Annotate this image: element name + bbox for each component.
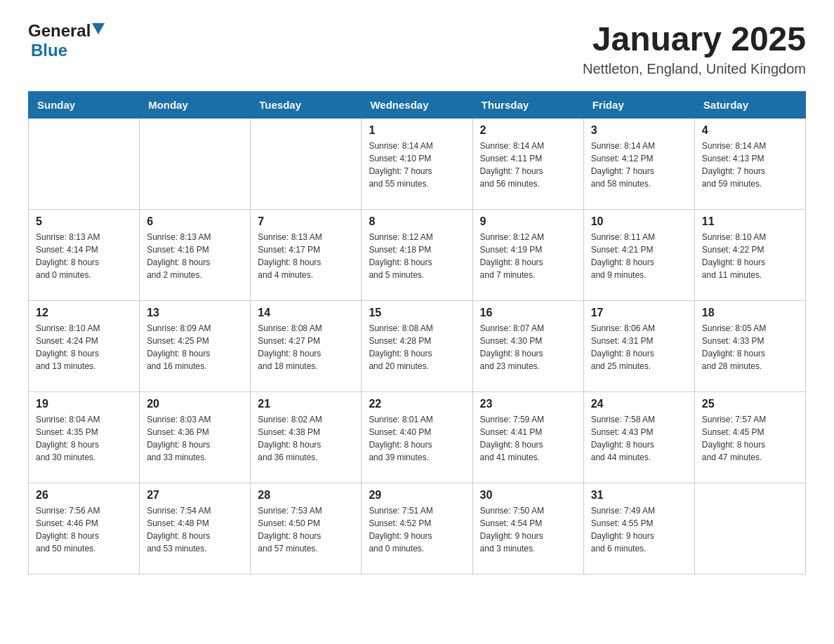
day-info: Sunrise: 7:51 AMSunset: 4:52 PMDaylight:…	[369, 504, 465, 555]
calendar-cell	[140, 118, 251, 209]
day-number: 19	[36, 398, 132, 410]
day-info: Sunrise: 8:12 AMSunset: 4:19 PMDaylight:…	[480, 231, 576, 281]
day-info: Sunrise: 8:02 AMSunset: 4:38 PMDaylight:…	[258, 413, 354, 464]
day-info: Sunrise: 8:03 AMSunset: 4:36 PMDaylight:…	[147, 413, 243, 464]
calendar-cell: 13Sunrise: 8:09 AMSunset: 4:25 PMDayligh…	[140, 300, 251, 391]
day-info: Sunrise: 8:05 AMSunset: 4:33 PMDaylight:…	[702, 322, 798, 373]
day-number: 1	[369, 124, 465, 137]
day-info: Sunrise: 7:49 AMSunset: 4:55 PMDaylight:…	[591, 504, 687, 555]
calendar-table: SundayMondayTuesdayWednesdayThursdayFrid…	[28, 91, 806, 575]
calendar-week-2: 5Sunrise: 8:13 AMSunset: 4:14 PMDaylight…	[29, 209, 806, 300]
day-number: 24	[591, 398, 687, 410]
day-number: 17	[591, 307, 687, 319]
day-number: 5	[36, 215, 132, 228]
calendar-cell: 6Sunrise: 8:13 AMSunset: 4:16 PMDaylight…	[140, 209, 251, 300]
day-info: Sunrise: 8:08 AMSunset: 4:28 PMDaylight:…	[369, 322, 465, 373]
day-number: 12	[36, 307, 132, 319]
calendar-cell: 27Sunrise: 7:54 AMSunset: 4:48 PMDayligh…	[140, 483, 251, 574]
page-header: General Blue January 2025 Nettleton, Eng…	[28, 21, 806, 77]
day-number: 16	[480, 307, 576, 319]
calendar-cell: 26Sunrise: 7:56 AMSunset: 4:46 PMDayligh…	[29, 483, 140, 574]
calendar-cell: 25Sunrise: 7:57 AMSunset: 4:45 PMDayligh…	[694, 391, 805, 483]
day-info: Sunrise: 8:12 AMSunset: 4:18 PMDaylight:…	[369, 231, 465, 281]
calendar-cell: 30Sunrise: 7:50 AMSunset: 4:54 PMDayligh…	[472, 483, 583, 574]
weekday-header-monday: Monday	[140, 91, 251, 118]
weekday-header-friday: Friday	[583, 91, 694, 118]
calendar-week-1: 1Sunrise: 8:14 AMSunset: 4:10 PMDaylight…	[29, 118, 806, 209]
svg-marker-0	[92, 23, 105, 34]
day-number: 2	[480, 124, 576, 137]
day-number: 13	[147, 307, 243, 319]
calendar-cell: 16Sunrise: 8:07 AMSunset: 4:30 PMDayligh…	[472, 300, 583, 391]
day-number: 23	[480, 398, 576, 410]
day-info: Sunrise: 8:14 AMSunset: 4:10 PMDaylight:…	[369, 140, 465, 190]
calendar-cell: 19Sunrise: 8:04 AMSunset: 4:35 PMDayligh…	[29, 391, 140, 483]
day-info: Sunrise: 7:57 AMSunset: 4:45 PMDaylight:…	[702, 413, 798, 464]
day-number: 11	[702, 215, 798, 228]
day-info: Sunrise: 8:07 AMSunset: 4:30 PMDaylight:…	[480, 322, 576, 373]
logo-arrow-icon	[92, 23, 105, 39]
day-info: Sunrise: 8:13 AMSunset: 4:17 PMDaylight:…	[258, 231, 354, 281]
calendar-cell: 28Sunrise: 7:53 AMSunset: 4:50 PMDayligh…	[251, 483, 362, 574]
day-number: 29	[369, 489, 465, 502]
calendar-week-4: 19Sunrise: 8:04 AMSunset: 4:35 PMDayligh…	[29, 391, 806, 483]
weekday-header-saturday: Saturday	[694, 91, 805, 118]
calendar-cell: 29Sunrise: 7:51 AMSunset: 4:52 PMDayligh…	[362, 483, 472, 574]
weekday-header-sunday: Sunday	[29, 91, 140, 118]
day-number: 10	[591, 215, 687, 228]
day-number: 30	[480, 489, 576, 502]
title-block: January 2025 Nettleton, England, United …	[583, 21, 806, 77]
day-number: 3	[591, 124, 687, 137]
calendar-cell: 18Sunrise: 8:05 AMSunset: 4:33 PMDayligh…	[694, 300, 805, 391]
day-info: Sunrise: 8:06 AMSunset: 4:31 PMDaylight:…	[591, 322, 687, 373]
day-info: Sunrise: 7:53 AMSunset: 4:50 PMDaylight:…	[258, 504, 354, 555]
logo-blue-text: Blue	[31, 41, 67, 60]
calendar-cell: 21Sunrise: 8:02 AMSunset: 4:38 PMDayligh…	[251, 391, 362, 483]
day-info: Sunrise: 7:59 AMSunset: 4:41 PMDaylight:…	[480, 413, 576, 464]
calendar-cell: 8Sunrise: 8:12 AMSunset: 4:18 PMDaylight…	[362, 209, 472, 300]
day-info: Sunrise: 7:54 AMSunset: 4:48 PMDaylight:…	[147, 504, 243, 555]
day-number: 27	[147, 489, 243, 502]
calendar-cell	[251, 118, 362, 209]
day-number: 9	[480, 215, 576, 228]
day-number: 22	[369, 398, 465, 410]
day-number: 26	[36, 489, 132, 502]
calendar-cell: 31Sunrise: 7:49 AMSunset: 4:55 PMDayligh…	[583, 483, 694, 574]
day-info: Sunrise: 8:14 AMSunset: 4:12 PMDaylight:…	[591, 140, 687, 190]
day-number: 31	[591, 489, 687, 502]
calendar-cell: 12Sunrise: 8:10 AMSunset: 4:24 PMDayligh…	[29, 300, 140, 391]
calendar-cell: 24Sunrise: 7:58 AMSunset: 4:43 PMDayligh…	[583, 391, 694, 483]
day-number: 15	[369, 307, 465, 319]
calendar-cell: 3Sunrise: 8:14 AMSunset: 4:12 PMDaylight…	[583, 118, 694, 209]
day-number: 8	[369, 215, 465, 228]
day-number: 20	[147, 398, 243, 410]
day-info: Sunrise: 8:10 AMSunset: 4:24 PMDaylight:…	[36, 322, 132, 373]
day-info: Sunrise: 8:08 AMSunset: 4:27 PMDaylight:…	[258, 322, 354, 373]
logo-general-text: General	[28, 21, 91, 41]
calendar-cell: 9Sunrise: 8:12 AMSunset: 4:19 PMDaylight…	[472, 209, 583, 300]
day-number: 4	[702, 124, 798, 137]
weekday-header-thursday: Thursday	[472, 91, 583, 118]
logo: General Blue	[28, 21, 105, 60]
day-info: Sunrise: 7:58 AMSunset: 4:43 PMDaylight:…	[591, 413, 687, 464]
calendar-week-5: 26Sunrise: 7:56 AMSunset: 4:46 PMDayligh…	[29, 483, 806, 574]
day-info: Sunrise: 8:04 AMSunset: 4:35 PMDaylight:…	[36, 413, 132, 464]
day-info: Sunrise: 8:14 AMSunset: 4:11 PMDaylight:…	[480, 140, 576, 190]
day-info: Sunrise: 8:14 AMSunset: 4:13 PMDaylight:…	[702, 140, 798, 190]
day-number: 14	[258, 307, 354, 319]
calendar-cell: 1Sunrise: 8:14 AMSunset: 4:10 PMDaylight…	[362, 118, 472, 209]
day-info: Sunrise: 8:11 AMSunset: 4:21 PMDaylight:…	[591, 231, 687, 281]
day-info: Sunrise: 7:50 AMSunset: 4:54 PMDaylight:…	[480, 504, 576, 555]
calendar-cell: 5Sunrise: 8:13 AMSunset: 4:14 PMDaylight…	[29, 209, 140, 300]
weekday-header-wednesday: Wednesday	[362, 91, 472, 118]
day-info: Sunrise: 7:56 AMSunset: 4:46 PMDaylight:…	[36, 504, 132, 555]
calendar-cell: 15Sunrise: 8:08 AMSunset: 4:28 PMDayligh…	[362, 300, 472, 391]
calendar-cell: 7Sunrise: 8:13 AMSunset: 4:17 PMDaylight…	[251, 209, 362, 300]
day-info: Sunrise: 8:01 AMSunset: 4:40 PMDaylight:…	[369, 413, 465, 464]
calendar-cell: 17Sunrise: 8:06 AMSunset: 4:31 PMDayligh…	[583, 300, 694, 391]
calendar-cell: 14Sunrise: 8:08 AMSunset: 4:27 PMDayligh…	[251, 300, 362, 391]
day-number: 18	[702, 307, 798, 319]
weekday-header-row: SundayMondayTuesdayWednesdayThursdayFrid…	[29, 91, 806, 118]
day-number: 25	[702, 398, 798, 410]
calendar-cell	[694, 483, 805, 574]
